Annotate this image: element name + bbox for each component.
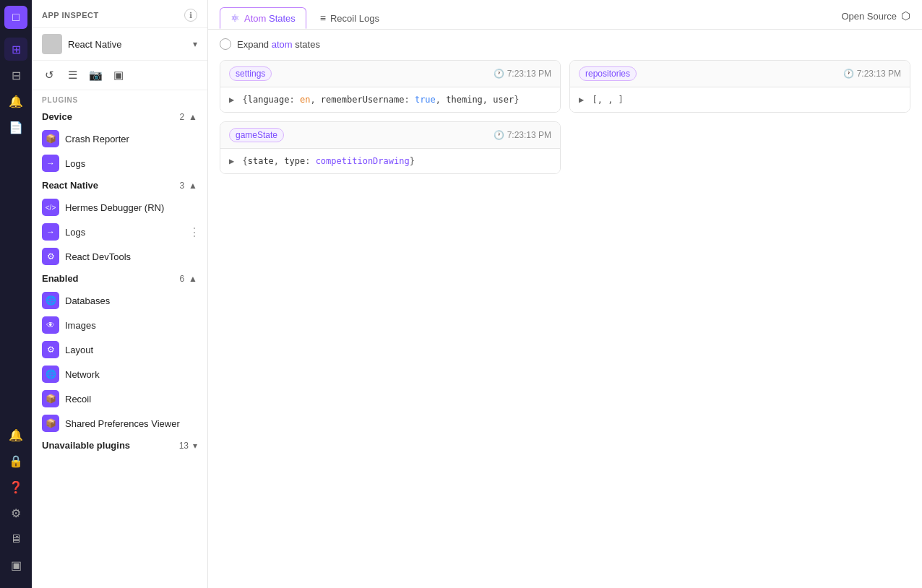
layout-icon: ⚙ bbox=[42, 341, 59, 358]
atom-states-tab-label: Atom States bbox=[244, 13, 296, 24]
network-label: Network bbox=[65, 369, 100, 380]
sidebar-toolbar: ↺ ☰ 📷 ▣ bbox=[32, 61, 207, 90]
enabled-section-title: Enabled bbox=[42, 273, 79, 284]
databases-icon: 🌐 bbox=[42, 292, 59, 309]
unavailable-expand-icon: ▾ bbox=[193, 441, 197, 451]
plugin-crash-reporter[interactable]: 📦 Crash Reporter bbox=[32, 126, 207, 151]
plugin-react-devtools[interactable]: ⚙ React DevTools bbox=[32, 244, 207, 269]
gamestate-tag: gameState bbox=[229, 128, 284, 142]
settings-time-value: 7:23:13 PM bbox=[507, 69, 551, 79]
enabled-section-right: 6 ▲ bbox=[179, 274, 197, 284]
recoil-logs-tab-icon: ≡ bbox=[320, 12, 326, 24]
nav-grid-button[interactable]: ⊞ bbox=[4, 38, 27, 61]
databases-label: Databases bbox=[65, 295, 110, 306]
unavailable-section-title: Unavailable plugins bbox=[42, 440, 130, 451]
screen-button[interactable]: ▣ bbox=[108, 65, 129, 85]
gamestate-body: ▶ {state, type: competitionDrawing} bbox=[220, 149, 560, 173]
unavailable-section-header[interactable]: Unavailable plugins 13 ▾ bbox=[32, 436, 207, 455]
react-native-section-header[interactable]: React Native 3 ▲ bbox=[32, 176, 207, 195]
nav-bell-button[interactable]: 🔔 bbox=[4, 90, 27, 113]
recoil-label: Recoil bbox=[65, 394, 91, 405]
layers-icon-btn[interactable]: ▣ bbox=[4, 553, 27, 576]
images-label: Images bbox=[65, 320, 96, 331]
logs-device-icon: → bbox=[42, 155, 59, 172]
settings-tag: settings bbox=[229, 66, 272, 81]
notif-icon-btn[interactable]: 🔔 bbox=[4, 423, 27, 446]
settings-body: ▶ {language: en, rememberUsername: true,… bbox=[220, 87, 560, 112]
settings-time: 🕐 7:23:13 PM bbox=[494, 69, 551, 79]
repositories-time-value: 7:23:13 PM bbox=[857, 69, 901, 79]
main-panel: ⚛ Atom States ≡ Recoil Logs Open Source … bbox=[208, 0, 922, 588]
tab-atom-states[interactable]: ⚛ Atom States bbox=[220, 7, 306, 29]
device-section-right: 2 ▲ bbox=[179, 112, 197, 122]
logs-rn-icon: → bbox=[42, 223, 59, 241]
app-logo[interactable]: □ bbox=[4, 6, 27, 29]
nav-file-button[interactable]: 📄 bbox=[4, 116, 27, 139]
plugin-recoil[interactable]: 📦 Recoil bbox=[32, 386, 207, 411]
device-count: 2 bbox=[179, 112, 184, 122]
react-native-section-right: 3 ▲ bbox=[179, 181, 197, 191]
plugin-shared-prefs[interactable]: 📦 Shared Preferences Viewer bbox=[32, 411, 207, 436]
enabled-section-header[interactable]: Enabled 6 ▲ bbox=[32, 269, 207, 288]
gear-icon-btn[interactable]: ⚙ bbox=[4, 501, 27, 524]
repositories-tag: repositories bbox=[579, 66, 637, 81]
help-icon-btn[interactable]: ❓ bbox=[4, 475, 27, 498]
atoms-grid: settings 🕐 7:23:13 PM ▶ {language: en, r… bbox=[220, 60, 910, 174]
recoil-icon: 📦 bbox=[42, 390, 59, 407]
device-name: React Native bbox=[68, 39, 187, 50]
plugin-images[interactable]: 👁 Images bbox=[32, 313, 207, 337]
react-devtools-icon: ⚙ bbox=[42, 248, 59, 265]
atom-card-repositories-header: repositories 🕐 7:23:13 PM bbox=[570, 61, 910, 87]
expand-row: Expand atom states bbox=[220, 38, 910, 50]
plugin-layout[interactable]: ⚙ Layout bbox=[32, 337, 207, 362]
main-content: Expand atom states settings 🕐 7:23:13 PM… bbox=[208, 30, 922, 588]
sidebar: APP INSPECT ℹ React Native ▾ ↺ ☰ 📷 ▣ PLU… bbox=[32, 0, 208, 588]
plugin-logs-rn[interactable]: → Logs ⋮ bbox=[32, 220, 207, 244]
tab-recoil-logs[interactable]: ≡ Recoil Logs bbox=[309, 7, 390, 29]
plugins-label: PLUGINS bbox=[32, 90, 207, 107]
nav-apps-button[interactable]: ⊟ bbox=[4, 64, 27, 87]
crash-reporter-icon: 📦 bbox=[42, 130, 59, 147]
logs-device-label: Logs bbox=[65, 158, 85, 169]
refresh-button[interactable]: ↺ bbox=[39, 65, 59, 85]
device-section-title: Device bbox=[42, 111, 72, 122]
open-source-link[interactable]: Open Source ⬡ bbox=[841, 9, 910, 27]
device-selector[interactable]: React Native ▾ bbox=[32, 28, 207, 61]
crash-reporter-label: Crash Reporter bbox=[65, 134, 129, 144]
logs-rn-label: Logs bbox=[65, 227, 85, 238]
unavailable-section-right: 13 ▾ bbox=[179, 441, 197, 451]
expand-checkbox[interactable] bbox=[220, 38, 231, 50]
device-section-header[interactable]: Device 2 ▲ bbox=[32, 107, 207, 126]
sidebar-header: APP INSPECT ℹ bbox=[32, 0, 207, 28]
camera-button[interactable]: 📷 bbox=[85, 65, 105, 85]
github-icon: ⬡ bbox=[901, 9, 910, 22]
clock-icon: 🕐 bbox=[494, 69, 504, 79]
icon-bar: □ ⊞ ⊟ 🔔 📄 🔔 🔒 ❓ ⚙ 🖥 ▣ bbox=[0, 0, 32, 588]
layout-label: Layout bbox=[65, 345, 93, 355]
plugin-dots-icon: ⋮ bbox=[189, 225, 200, 239]
expand-label: Expand atom states bbox=[237, 39, 320, 50]
gamestate-clock-icon: 🕐 bbox=[494, 130, 504, 140]
plugin-network[interactable]: 🌐 Network bbox=[32, 362, 207, 386]
monitor-icon-btn[interactable]: 🖥 bbox=[4, 527, 27, 550]
react-native-section-title: React Native bbox=[42, 180, 98, 191]
gamestate-time: 🕐 7:23:13 PM bbox=[494, 130, 551, 140]
recoil-logs-tab-label: Recoil Logs bbox=[330, 13, 379, 24]
plugin-logs-device[interactable]: → Logs bbox=[32, 151, 207, 176]
plugin-databases[interactable]: 🌐 Databases bbox=[32, 288, 207, 313]
repo-clock-icon: 🕐 bbox=[843, 69, 854, 79]
atom-states-tab-icon: ⚛ bbox=[231, 12, 240, 24]
gamestate-time-value: 7:23:13 PM bbox=[507, 130, 551, 140]
info-button[interactable]: ℹ bbox=[184, 9, 197, 22]
device-collapse-icon: ▲ bbox=[189, 112, 197, 122]
main-tabs: ⚛ Atom States ≡ Recoil Logs Open Source … bbox=[208, 0, 922, 30]
repositories-body: ▶ [, , ] bbox=[570, 87, 910, 112]
lock-icon-btn[interactable]: 🔒 bbox=[4, 449, 27, 472]
react-native-count: 3 bbox=[179, 181, 184, 191]
hermes-icon: </> bbox=[42, 199, 59, 216]
atom-card-gamestate: gameState 🕐 7:23:13 PM ▶ {state, type: c… bbox=[220, 121, 561, 174]
network-icon: 🌐 bbox=[42, 366, 59, 383]
plugin-hermes[interactable]: </> Hermes Debugger (RN) bbox=[32, 195, 207, 220]
unavailable-count: 13 bbox=[179, 441, 189, 451]
menu-button[interactable]: ☰ bbox=[62, 65, 82, 85]
